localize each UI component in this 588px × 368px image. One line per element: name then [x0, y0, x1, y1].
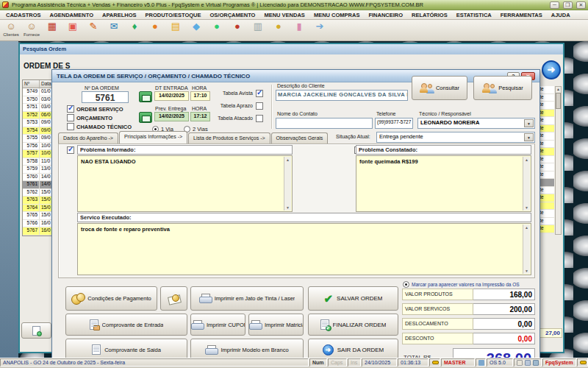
tecnico-select[interactable]: LEONARDO MOREIRA — [417, 118, 535, 129]
toolbar-button-folder-icon[interactable]: ▤ — [166, 21, 185, 32]
checkbox[interactable] — [67, 123, 74, 130]
toolbar-button-calendar-icon[interactable]: ▦ — [43, 21, 62, 32]
cliente-field[interactable]: MARCIA JACKELINE GONCALVES DA SILVA BE — [276, 90, 408, 101]
toolbar-button-sales-icon[interactable]: ♦ — [125, 21, 144, 32]
pesquisar-button[interactable]: Pesquisar — [473, 76, 532, 100]
order-row[interactable]: 576014/0 — [23, 174, 54, 182]
servico-executado-textarea[interactable]: troca de fonte e reparo preventiva ▲▼ — [77, 223, 531, 275]
menu-item-aparelhos[interactable]: APARELHOS — [98, 11, 141, 19]
order-row[interactable]: 576315/0 — [23, 197, 54, 205]
scrollbar-thumb[interactable] — [556, 93, 561, 109]
problema-constatado-textarea[interactable]: fonte queimada R$199 ▲▼ — [356, 155, 531, 212]
toolbar-button-order-icon[interactable]: ✉ — [104, 21, 123, 32]
consultar-button[interactable]: Consultar — [412, 76, 467, 100]
tab-observa-es-gerais[interactable]: Observações Gerais — [271, 132, 329, 144]
order-row[interactable]: 576215/0 — [23, 189, 54, 197]
marcar-radio[interactable] — [403, 281, 409, 288]
menu-item-menu-vendas[interactable]: MENU VENDAS — [259, 11, 309, 19]
order-type-option-or-amento[interactable]: ORÇAMENTO — [67, 113, 132, 122]
situacao-select[interactable]: Entrega pendente — [376, 132, 535, 143]
toolbar-button-globe-green-icon[interactable]: ● — [207, 21, 226, 32]
order-type-option-ordem-servi-o[interactable]: ORDEM SERVIÇO — [67, 105, 132, 113]
entrada-date-field[interactable]: 14/02/2025 — [154, 91, 189, 101]
toolbar-button-basket-icon[interactable]: ● — [146, 21, 165, 32]
order-row[interactable]: 575913/0 — [23, 166, 54, 174]
tab-principais-informa-es[interactable]: Principais Informações -> — [119, 131, 187, 144]
salvar-ordem-button[interactable]: ✔ SALVAR ORDEM — [308, 286, 398, 311]
refresh-button[interactable] — [21, 322, 51, 339]
checkbox[interactable] — [67, 114, 74, 121]
close-button[interactable]: ✕ — [576, 1, 586, 9]
monitor-small-icon[interactable] — [533, 360, 539, 366]
order-row[interactable]: 576716/0 — [23, 227, 54, 236]
checkbox[interactable] — [256, 102, 263, 110]
toolbar-button-monitor-icon[interactable]: ▣ — [63, 21, 82, 32]
toolbar-button-cart-icon[interactable]: ● — [269, 21, 288, 32]
imprimir-jato-button[interactable]: Imprimir em Jato de Tinta / Laser — [190, 286, 304, 311]
tab-lista-de-produtos-e-servi-os[interactable]: Lista de Produtos e Serviços -> — [188, 132, 270, 144]
toolbar-button-exit-icon[interactable]: ➔ — [310, 21, 329, 32]
order-row[interactable]: 575610/0 — [23, 143, 54, 151]
imprimir-matricial-button[interactable]: Imprimir Matricial — [248, 314, 304, 336]
grid-scrollbar[interactable]: ▲ — [555, 86, 562, 235]
order-row[interactable]: 574901/0 — [23, 88, 54, 96]
order-row[interactable]: 575103/0 — [23, 104, 54, 112]
textarea-scrollbar[interactable]: ▲▼ — [523, 157, 530, 210]
checkbox[interactable] — [67, 105, 74, 113]
order-row[interactable]: 576616/0 — [23, 220, 54, 228]
finalizar-ordem-button[interactable]: ✔ FINALIZAR ORDEM — [308, 314, 398, 336]
toolbar-button-supplier-icon[interactable]: ☺Fornece — [22, 21, 41, 37]
checkbox[interactable] — [256, 115, 263, 122]
minimize-button[interactable]: ─ — [550, 1, 559, 9]
printer-small-icon[interactable] — [525, 360, 531, 366]
exit-search-button[interactable]: ➜ — [542, 60, 561, 79]
toolbar-button-chart-icon[interactable]: ▮ — [290, 21, 309, 32]
menu-item-relat-rios[interactable]: RELATÓRIOS — [407, 11, 452, 19]
order-row[interactable]: 576515/0 — [23, 212, 54, 220]
menu-item-os-or-amento[interactable]: OS/ORÇAMENTO — [206, 11, 260, 19]
menu-item-ferramentas[interactable]: FERRAMENTAS — [496, 11, 547, 19]
toolbar-button-diamond-icon[interactable]: ◆ — [187, 21, 206, 32]
order-type-option-chamado-t-cnico[interactable]: CHAMADO TÉCNICO — [67, 122, 132, 131]
tab-dados-do-aparelho[interactable]: Dados do Aparelho -> — [58, 132, 118, 144]
checkbox[interactable] — [256, 90, 263, 97]
problema-informado-textarea[interactable]: NAO ESTA LIGANDO ▲▼ — [77, 155, 293, 212]
textarea-scrollbar[interactable]: ▲▼ — [284, 157, 291, 210]
order-row[interactable]: 575811/0 — [23, 158, 54, 166]
toolbar-button-clients-icon[interactable]: ☺Clientes — [1, 21, 21, 37]
menu-item-agendamento[interactable]: AGENDAMENTO — [46, 11, 98, 19]
order-number-field[interactable]: 5761 — [82, 91, 129, 103]
toolbar-button-money-icon[interactable]: ▥ — [248, 21, 268, 32]
entrega-date-field[interactable]: 14/02/2025 — [154, 112, 189, 121]
order-row[interactable]: 575409/0 — [23, 127, 54, 135]
tabela-option-tabela-avista[interactable]: Tabela Avista — [188, 88, 263, 98]
menu-item-cadastros[interactable]: CADASTROS — [1, 11, 46, 19]
toolbar-button-notes-icon[interactable]: ✎ — [84, 21, 103, 32]
order-row[interactable]: 575003/0 — [23, 96, 54, 105]
order-row[interactable]: 575509/0 — [23, 135, 54, 143]
column-header-numero[interactable]: Nº — [23, 80, 40, 88]
order-row[interactable]: 576114/0 — [23, 181, 54, 189]
condicoes-pagamento-button[interactable]: Condições de Pagamento — [65, 286, 157, 311]
comprovante-entrada-button[interactable]: Comprovante de Entrada — [65, 314, 187, 336]
restore-button[interactable]: ❐ — [563, 1, 573, 9]
contato-field[interactable] — [276, 118, 373, 129]
calendar-entrada-button[interactable] — [139, 91, 152, 102]
page-icon[interactable] — [517, 360, 523, 366]
menu-item-estatistica[interactable]: ESTATISTICA — [452, 11, 496, 19]
imprimir-cupom-button[interactable]: Imprimir CUPOM — [190, 314, 245, 336]
menu-item-menu-compras[interactable]: MENU COMPRAS — [309, 11, 365, 19]
money-button[interactable] — [160, 286, 187, 311]
order-row[interactable]: 576415/0 — [23, 205, 54, 213]
menu-item-produto-estoque[interactable]: PRODUTO/ESTOQUE — [141, 11, 206, 19]
order-row[interactable]: 575309/0 — [23, 119, 54, 127]
marcar-valores-radio-row[interactable]: Marcar para aparecer valores na Impressã… — [403, 281, 520, 288]
order-row[interactable]: 575206/0 — [23, 112, 54, 120]
tabela-option-tabela-aprazo[interactable]: Tabela Aprazo — [188, 101, 263, 110]
problema-informado-check[interactable] — [67, 146, 74, 154]
telefone-field[interactable]: (99)99377-5727 — [375, 118, 413, 129]
tabela-option-tabela-atacado[interactable]: Tabela Atacado — [188, 113, 263, 123]
menu-item-ajuda[interactable]: AJUDA — [547, 11, 575, 19]
textarea-scrollbar[interactable]: ▲▼ — [523, 224, 530, 274]
order-row[interactable]: 575710/0 — [23, 150, 54, 158]
